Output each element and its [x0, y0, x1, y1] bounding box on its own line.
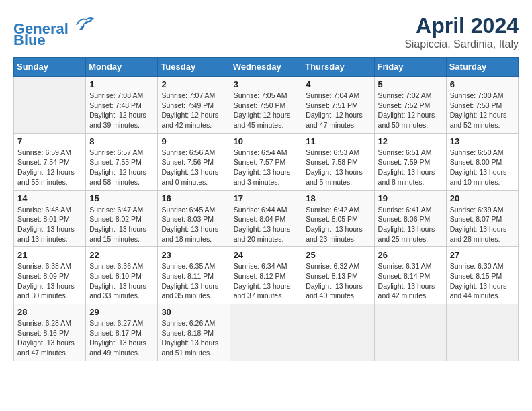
calendar-cell: 17Sunrise: 6:44 AM Sunset: 8:04 PM Dayli… [230, 190, 302, 247]
calendar-cell: 20Sunrise: 6:39 AM Sunset: 8:07 PM Dayli… [446, 190, 518, 247]
day-info: Sunrise: 6:54 AM Sunset: 7:57 PM Dayligh… [234, 148, 299, 187]
calendar-week-row: 21Sunrise: 6:38 AM Sunset: 8:09 PM Dayli… [14, 247, 519, 304]
day-info: Sunrise: 6:48 AM Sunset: 8:01 PM Dayligh… [17, 205, 82, 244]
day-number: 5 [378, 79, 443, 89]
calendar-cell: 19Sunrise: 6:41 AM Sunset: 8:06 PM Dayli… [374, 190, 446, 247]
day-number: 15 [89, 193, 154, 203]
day-info: Sunrise: 7:05 AM Sunset: 7:50 PM Dayligh… [234, 91, 299, 130]
day-number: 19 [378, 193, 443, 203]
calendar-cell: 23Sunrise: 6:35 AM Sunset: 8:11 PM Dayli… [158, 247, 230, 304]
weekday-header-row: SundayMondayTuesdayWednesdayThursdayFrid… [14, 58, 519, 77]
day-info: Sunrise: 6:53 AM Sunset: 7:58 PM Dayligh… [306, 148, 370, 187]
location-subtitle: Siapiccia, Sardinia, Italy [404, 38, 519, 50]
calendar-cell [374, 304, 446, 361]
calendar-week-row: 7Sunrise: 6:59 AM Sunset: 7:54 PM Daylig… [14, 133, 519, 190]
day-number: 9 [161, 136, 226, 146]
day-number: 8 [89, 136, 154, 146]
day-info: Sunrise: 6:26 AM Sunset: 8:18 PM Dayligh… [161, 318, 226, 358]
calendar-cell [302, 304, 374, 361]
calendar-cell: 2Sunrise: 7:07 AM Sunset: 7:49 PM Daylig… [158, 77, 230, 134]
calendar-cell: 14Sunrise: 6:48 AM Sunset: 8:01 PM Dayli… [14, 190, 86, 247]
day-info: Sunrise: 6:28 AM Sunset: 8:16 PM Dayligh… [17, 318, 82, 358]
day-number: 14 [17, 193, 82, 203]
day-number: 18 [306, 193, 370, 203]
day-info: Sunrise: 6:32 AM Sunset: 8:13 PM Dayligh… [306, 261, 370, 301]
day-number: 11 [306, 136, 370, 146]
weekday-header-saturday: Saturday [446, 58, 518, 77]
day-number: 12 [378, 136, 443, 146]
month-title: April 2024 [404, 13, 519, 38]
calendar-week-row: 28Sunrise: 6:28 AM Sunset: 8:16 PM Dayli… [14, 304, 519, 361]
calendar-cell: 8Sunrise: 6:57 AM Sunset: 7:55 PM Daylig… [86, 133, 158, 190]
weekday-header-friday: Friday [374, 58, 446, 77]
calendar-cell: 1Sunrise: 7:08 AM Sunset: 7:48 PM Daylig… [86, 77, 158, 134]
day-number: 21 [17, 250, 82, 260]
day-info: Sunrise: 6:30 AM Sunset: 8:15 PM Dayligh… [450, 261, 515, 301]
calendar-cell: 26Sunrise: 6:31 AM Sunset: 8:14 PM Dayli… [374, 247, 446, 304]
day-info: Sunrise: 7:07 AM Sunset: 7:49 PM Dayligh… [161, 91, 226, 130]
calendar-cell: 24Sunrise: 6:34 AM Sunset: 8:12 PM Dayli… [230, 247, 302, 304]
calendar-cell: 22Sunrise: 6:36 AM Sunset: 8:10 PM Dayli… [86, 247, 158, 304]
title-area: April 2024 Siapiccia, Sardinia, Italy [404, 13, 519, 50]
calendar-cell: 9Sunrise: 6:56 AM Sunset: 7:56 PM Daylig… [158, 133, 230, 190]
day-info: Sunrise: 6:31 AM Sunset: 8:14 PM Dayligh… [378, 261, 443, 301]
day-info: Sunrise: 6:38 AM Sunset: 8:09 PM Dayligh… [17, 261, 82, 301]
day-info: Sunrise: 6:57 AM Sunset: 7:55 PM Dayligh… [89, 148, 154, 187]
day-info: Sunrise: 6:45 AM Sunset: 8:03 PM Dayligh… [161, 205, 226, 244]
day-info: Sunrise: 7:00 AM Sunset: 7:53 PM Dayligh… [450, 91, 515, 130]
day-number: 29 [89, 307, 154, 317]
weekday-header-sunday: Sunday [14, 58, 86, 77]
day-number: 16 [161, 193, 226, 203]
day-number: 23 [161, 250, 226, 260]
day-info: Sunrise: 6:34 AM Sunset: 8:12 PM Dayligh… [234, 261, 299, 301]
calendar-cell: 5Sunrise: 7:02 AM Sunset: 7:52 PM Daylig… [374, 77, 446, 134]
calendar-cell: 11Sunrise: 6:53 AM Sunset: 7:58 PM Dayli… [302, 133, 374, 190]
day-info: Sunrise: 6:51 AM Sunset: 7:59 PM Dayligh… [378, 148, 443, 187]
logo-bird-icon [74, 13, 94, 34]
day-number: 30 [161, 307, 226, 317]
day-info: Sunrise: 6:39 AM Sunset: 8:07 PM Dayligh… [450, 205, 515, 244]
page-header: General Blue April 2024 Siapiccia, Sardi… [13, 13, 519, 50]
calendar-cell: 16Sunrise: 6:45 AM Sunset: 8:03 PM Dayli… [158, 190, 230, 247]
calendar-cell [14, 77, 86, 134]
day-number: 6 [450, 79, 515, 89]
weekday-header-tuesday: Tuesday [158, 58, 230, 77]
day-number: 17 [234, 193, 299, 203]
day-info: Sunrise: 6:47 AM Sunset: 8:02 PM Dayligh… [89, 205, 154, 244]
day-number: 10 [234, 136, 299, 146]
day-number: 3 [234, 79, 299, 89]
calendar-cell: 15Sunrise: 6:47 AM Sunset: 8:02 PM Dayli… [86, 190, 158, 247]
calendar-cell: 21Sunrise: 6:38 AM Sunset: 8:09 PM Dayli… [14, 247, 86, 304]
day-info: Sunrise: 6:44 AM Sunset: 8:04 PM Dayligh… [234, 205, 299, 244]
calendar-cell [230, 304, 302, 361]
calendar-cell: 10Sunrise: 6:54 AM Sunset: 7:57 PM Dayli… [230, 133, 302, 190]
day-number: 25 [306, 250, 370, 260]
calendar-cell: 29Sunrise: 6:27 AM Sunset: 8:17 PM Dayli… [86, 304, 158, 361]
day-number: 24 [234, 250, 299, 260]
calendar-table: SundayMondayTuesdayWednesdayThursdayFrid… [13, 57, 519, 361]
day-info: Sunrise: 7:08 AM Sunset: 7:48 PM Dayligh… [89, 91, 154, 130]
day-number: 22 [89, 250, 154, 260]
day-number: 2 [161, 79, 226, 89]
day-info: Sunrise: 6:41 AM Sunset: 8:06 PM Dayligh… [378, 205, 443, 244]
day-info: Sunrise: 6:36 AM Sunset: 8:10 PM Dayligh… [89, 261, 154, 301]
calendar-cell: 7Sunrise: 6:59 AM Sunset: 7:54 PM Daylig… [14, 133, 86, 190]
calendar-cell: 25Sunrise: 6:32 AM Sunset: 8:13 PM Dayli… [302, 247, 374, 304]
day-info: Sunrise: 6:50 AM Sunset: 8:00 PM Dayligh… [450, 148, 515, 187]
calendar-cell: 30Sunrise: 6:26 AM Sunset: 8:18 PM Dayli… [158, 304, 230, 361]
logo: General Blue [13, 13, 94, 49]
day-number: 20 [450, 193, 515, 203]
calendar-cell: 28Sunrise: 6:28 AM Sunset: 8:16 PM Dayli… [14, 304, 86, 361]
weekday-header-thursday: Thursday [302, 58, 374, 77]
day-info: Sunrise: 7:04 AM Sunset: 7:51 PM Dayligh… [306, 91, 370, 130]
day-info: Sunrise: 6:59 AM Sunset: 7:54 PM Dayligh… [17, 148, 82, 187]
weekday-header-wednesday: Wednesday [230, 58, 302, 77]
day-number: 4 [306, 79, 370, 89]
day-number: 28 [17, 307, 82, 317]
calendar-week-row: 1Sunrise: 7:08 AM Sunset: 7:48 PM Daylig… [14, 77, 519, 134]
day-info: Sunrise: 6:27 AM Sunset: 8:17 PM Dayligh… [89, 318, 154, 358]
calendar-cell: 13Sunrise: 6:50 AM Sunset: 8:00 PM Dayli… [446, 133, 518, 190]
day-info: Sunrise: 6:42 AM Sunset: 8:05 PM Dayligh… [306, 205, 370, 244]
day-info: Sunrise: 7:02 AM Sunset: 7:52 PM Dayligh… [378, 91, 443, 130]
calendar-cell: 3Sunrise: 7:05 AM Sunset: 7:50 PM Daylig… [230, 77, 302, 134]
